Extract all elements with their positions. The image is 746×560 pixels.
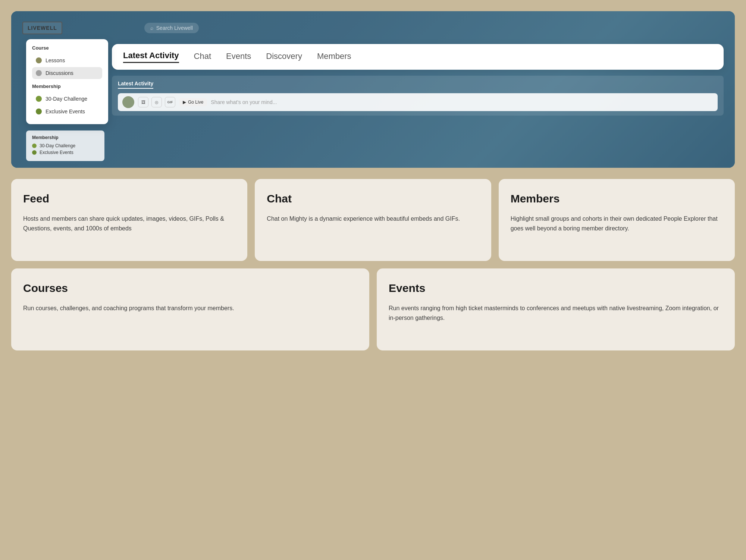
- action-icons: 🖼 ◎ GIF: [138, 97, 175, 107]
- membership-section-label: Membership: [32, 84, 102, 89]
- feed-description: Hosts and members can share quick update…: [23, 214, 235, 233]
- sidebar-card: Course Lessons Discussions Membership 30…: [26, 39, 108, 124]
- course-section-label: Course: [32, 45, 102, 51]
- feature-card-events: Events Run events ranging from high tick…: [377, 268, 735, 350]
- avatar: [122, 96, 134, 108]
- activity-input-row: 🖼 ◎ GIF ▶ Go Live Share what's on your m…: [118, 93, 718, 111]
- membership-section: Membership 30-Day Challenge Exclusive Ev…: [32, 84, 102, 117]
- bg-membership-label: Membership: [32, 135, 98, 140]
- logo: LIVEWELL: [22, 22, 62, 34]
- sidebar-item-exclusive[interactable]: Exclusive Events: [32, 106, 102, 117]
- lessons-label: Lessons: [46, 57, 65, 63]
- go-live-label: Go Live: [188, 100, 203, 105]
- top-bar: LIVEWELL ⌕ Search Livewell: [22, 19, 724, 40]
- sidebar-item-30day[interactable]: 30-Day Challenge: [32, 93, 102, 105]
- events-description: Run events ranging from high ticket mast…: [389, 303, 723, 323]
- features-top-grid: Feed Hosts and members can share quick u…: [11, 179, 735, 261]
- exclusive-dot: [36, 108, 42, 114]
- members-title: Members: [511, 192, 723, 205]
- bg-30day-label: 30-Day Challenge: [40, 143, 75, 148]
- activity-tab-label: Latest Activity: [118, 81, 153, 89]
- poll-icon-btn[interactable]: ◎: [151, 97, 162, 107]
- exclusive-label: Exclusive Events: [46, 108, 85, 114]
- gif-icon-btn[interactable]: GIF: [165, 97, 175, 107]
- search-icon: ⌕: [150, 25, 153, 31]
- feature-card-feed: Feed Hosts and members can share quick u…: [11, 179, 247, 261]
- chat-title: Chat: [267, 192, 479, 205]
- activity-area: Latest Activity 🖼 ◎ GIF ▶ Go Live Share …: [112, 76, 724, 116]
- bg-exclusive-dot: [32, 150, 37, 155]
- discussions-dot: [36, 70, 42, 76]
- feature-card-chat: Chat Chat on Mighty is a dynamic experie…: [255, 179, 491, 261]
- image-icon-btn[interactable]: 🖼: [138, 97, 148, 107]
- hero-section: LIVEWELL ⌕ Search Livewell Course Lesson…: [11, 11, 735, 168]
- chat-description: Chat on Mighty is a dynamic experience w…: [267, 214, 479, 224]
- tab-members[interactable]: Members: [317, 51, 351, 63]
- search-bar[interactable]: ⌕ Search Livewell: [144, 23, 199, 33]
- go-live-button[interactable]: ▶ Go Live: [179, 98, 207, 106]
- bg-30day-dot: [32, 144, 37, 148]
- courses-description: Run courses, challenges, and coaching pr…: [23, 303, 357, 313]
- sidebar-item-discussions[interactable]: Discussions: [32, 67, 102, 79]
- 30day-dot: [36, 96, 42, 102]
- logo-text: LIVEWELL: [28, 25, 57, 31]
- members-description: Highlight small groups and cohorts in th…: [511, 214, 723, 233]
- post-input-placeholder[interactable]: Share what's on your mind...: [211, 99, 713, 105]
- features-bottom-grid: Courses Run courses, challenges, and coa…: [11, 268, 735, 350]
- tab-chat[interactable]: Chat: [194, 51, 211, 63]
- feature-card-courses: Courses Run courses, challenges, and coa…: [11, 268, 369, 350]
- feed-title: Feed: [23, 192, 235, 205]
- bg-sidebar-exclusive: Exclusive Events: [32, 150, 98, 155]
- 30day-label: 30-Day Challenge: [46, 96, 87, 102]
- search-placeholder-text: Search Livewell: [156, 25, 193, 31]
- tab-card: Latest Activity Chat Events Discovery Me…: [112, 44, 724, 70]
- tab-latest-activity[interactable]: Latest Activity: [123, 51, 179, 63]
- lessons-dot: [36, 57, 42, 63]
- go-live-icon: ▶: [183, 100, 186, 105]
- bg-sidebar: Membership 30-Day Challenge Exclusive Ev…: [26, 130, 104, 161]
- tab-discovery[interactable]: Discovery: [266, 51, 302, 63]
- sidebar-item-lessons[interactable]: Lessons: [32, 54, 102, 66]
- bg-exclusive-label: Exclusive Events: [40, 150, 73, 155]
- courses-title: Courses: [23, 282, 357, 295]
- tab-events[interactable]: Events: [226, 51, 251, 63]
- discussions-label: Discussions: [46, 70, 73, 76]
- events-title: Events: [389, 282, 723, 295]
- bg-sidebar-30day: 30-Day Challenge: [32, 143, 98, 148]
- hero-content: LIVEWELL ⌕ Search Livewell Course Lesson…: [22, 19, 724, 116]
- feature-card-members: Members Highlight small groups and cohor…: [499, 179, 735, 261]
